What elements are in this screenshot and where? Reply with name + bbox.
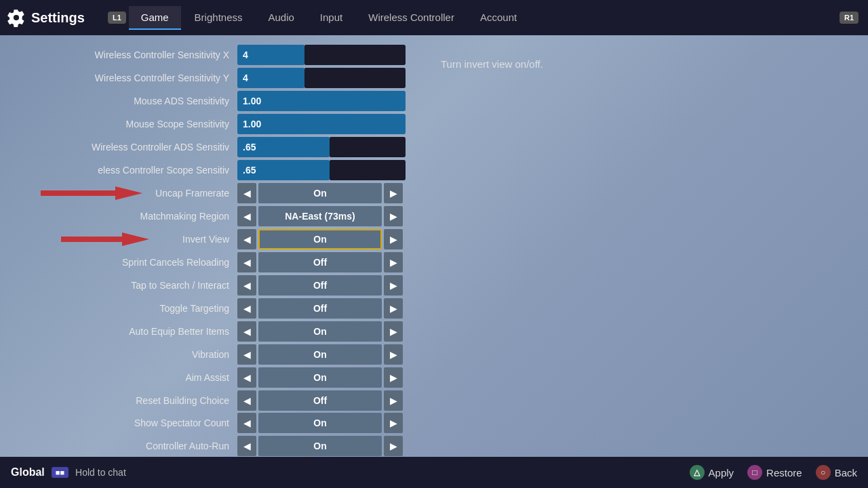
back-button[interactable]: ○ Back — [816, 465, 857, 480]
header-tabs: Game Brightness Audio Input Wireless Con… — [129, 6, 837, 30]
label-wcs-y: Wireless Controller Sensitivity Y — [7, 73, 237, 83]
main-content: Wireless Controller Sensitivity X 4 Wire… — [0, 35, 868, 457]
restore-label: Restore — [766, 467, 802, 479]
arrow-left-reset-building[interactable]: ◀ — [237, 390, 256, 411]
label-matchmaking: Matchmaking Region — [7, 211, 237, 222]
description-text: Turn invert view on/off. — [441, 58, 543, 70]
value-matchmaking: NA-East (73ms) — [258, 206, 382, 226]
svg-marker-1 — [61, 232, 149, 246]
label-reset-building: Reset Building Choice — [7, 395, 237, 406]
arrow-left-tap-search[interactable]: ◀ — [237, 275, 256, 296]
arrow-right-sprint-cancels[interactable]: ▶ — [384, 252, 403, 272]
slider-mouse-ads[interactable]: 1.00 — [237, 91, 406, 111]
value-uncap-framerate: On — [258, 183, 382, 203]
value-vibration: On — [258, 344, 382, 365]
setting-row-wcs-x: Wireless Controller Sensitivity X 4 — [7, 45, 420, 66]
label-wcs-x: Wireless Controller Sensitivity X — [7, 49, 237, 60]
slider-mouse-scope[interactable]: 1.00 — [237, 114, 406, 134]
arrow-left-matchmaking[interactable]: ◀ — [237, 206, 256, 226]
label-mouse-scope: Mouse Scope Sensitivity — [7, 119, 237, 129]
arrow-left-spectator[interactable]: ◀ — [237, 413, 256, 433]
slider-fill-wcs-y: 4 — [237, 68, 304, 88]
control-tap-search: ◀ Off ▶ — [237, 275, 403, 296]
slider-wc-scope[interactable]: .65 — [237, 160, 406, 180]
restore-button[interactable]: □ Restore — [747, 465, 802, 480]
arrow-right-invert-view[interactable]: ▶ — [384, 229, 403, 249]
tab-game[interactable]: Game — [129, 6, 181, 30]
gear-icon — [7, 8, 26, 27]
red-arrow-invert — [61, 231, 149, 247]
back-label: Back — [835, 467, 857, 479]
setting-row-auto-run: Controller Auto-Run ◀ On ▶ — [7, 436, 420, 457]
value-sprint-cancels: Off — [258, 252, 382, 272]
label-auto-equip: Auto Equip Better Items — [7, 326, 237, 337]
arrow-right-reset-building[interactable]: ▶ — [384, 390, 403, 411]
arrow-left-vibration[interactable]: ◀ — [237, 344, 256, 365]
control-invert-view: ◀ On ▶ — [237, 229, 403, 249]
setting-row-sprint-cancels: Sprint Cancels Reloading ◀ Off ▶ — [7, 251, 420, 272]
setting-row-tap-search: Tap to Search / Interact ◀ Off ▶ — [7, 274, 420, 296]
tab-audio[interactable]: Audio — [256, 6, 306, 30]
label-wc-ads: Wireless Controller ADS Sensitiv — [7, 142, 237, 152]
setting-row-vibration: Vibration ◀ On ▶ — [7, 344, 420, 365]
description-panel: Turn invert view on/off. — [420, 45, 868, 457]
slider-wc-ads[interactable]: .65 — [237, 137, 406, 157]
arrow-right-spectator[interactable]: ▶ — [384, 413, 403, 433]
label-toggle-targeting: Toggle Targeting — [7, 303, 237, 314]
arrow-left-aim-assist[interactable]: ◀ — [237, 367, 256, 388]
setting-row-matchmaking: Matchmaking Region ◀ NA-East (73ms) ▶ — [7, 206, 420, 227]
arrow-right-tap-search[interactable]: ▶ — [384, 275, 403, 296]
slider-fill-mouse-ads: 1.00 — [237, 91, 406, 111]
arrow-left-auto-equip[interactable]: ◀ — [237, 321, 256, 342]
triangle-icon: △ — [690, 465, 705, 480]
arrow-left-toggle-targeting[interactable]: ◀ — [237, 298, 256, 319]
chat-icon: ■■ — [52, 467, 68, 478]
svg-marker-0 — [41, 186, 142, 200]
control-sprint-cancels: ◀ Off ▶ — [237, 252, 403, 272]
label-sprint-cancels: Sprint Cancels Reloading — [7, 257, 237, 268]
red-arrow-uncap — [41, 185, 142, 201]
arrow-right-auto-run[interactable]: ▶ — [384, 436, 403, 456]
footer: Global ■■ Hold to chat △ Apply □ Restore… — [0, 457, 868, 488]
arrow-right-uncap-framerate[interactable]: ▶ — [384, 183, 403, 203]
tab-account[interactable]: Account — [468, 6, 529, 30]
control-toggle-targeting: ◀ Off ▶ — [237, 298, 403, 319]
arrow-left-invert-view[interactable]: ◀ — [237, 229, 256, 249]
value-aim-assist: On — [258, 367, 382, 388]
apply-button[interactable]: △ Apply — [690, 465, 734, 480]
arrow-right-aim-assist[interactable]: ▶ — [384, 367, 403, 388]
logo: Settings — [7, 8, 85, 27]
setting-row-mouse-ads: Mouse ADS Sensitivity 1.00 — [7, 91, 420, 112]
setting-row-aim-assist: Aim Assist ◀ On ▶ — [7, 367, 420, 388]
arrow-right-vibration[interactable]: ▶ — [384, 344, 403, 365]
arrow-left-sprint-cancels[interactable]: ◀ — [237, 252, 256, 272]
arrow-right-toggle-targeting[interactable]: ▶ — [384, 298, 403, 319]
arrow-left-uncap-framerate[interactable]: ◀ — [237, 183, 256, 203]
control-uncap-framerate: ◀ On ▶ — [237, 183, 403, 203]
tab-brightness[interactable]: Brightness — [182, 6, 255, 30]
slider-fill-wc-ads: .65 — [237, 137, 330, 157]
control-vibration: ◀ On ▶ — [237, 344, 403, 365]
slider-fill-wcs-x: 4 — [237, 45, 304, 65]
arrow-right-auto-equip[interactable]: ▶ — [384, 321, 403, 342]
footer-right: △ Apply □ Restore ○ Back — [690, 465, 857, 480]
label-aim-assist: Aim Assist — [7, 372, 237, 383]
label-tap-search: Tap to Search / Interact — [7, 280, 237, 291]
slider-fill-wc-scope: .65 — [237, 160, 330, 180]
value-tap-search: Off — [258, 275, 382, 296]
control-auto-run: ◀ On ▶ — [237, 436, 403, 456]
tab-wireless-controller[interactable]: Wireless Controller — [356, 6, 467, 30]
control-wcs-x: 4 — [237, 45, 406, 65]
label-mouse-ads: Mouse ADS Sensitivity — [7, 96, 237, 106]
slider-wcs-x[interactable]: 4 — [237, 45, 406, 65]
control-reset-building: ◀ Off ▶ — [237, 390, 403, 411]
slider-wcs-y[interactable]: 4 — [237, 68, 406, 88]
header: Settings L1 Game Brightness Audio Input … — [0, 0, 868, 35]
arrow-left-auto-run[interactable]: ◀ — [237, 436, 256, 456]
tab-input[interactable]: Input — [308, 6, 355, 30]
value-spectator: On — [258, 413, 382, 433]
control-wc-ads: .65 — [237, 137, 406, 157]
label-spectator: Show Spectator Count — [7, 418, 237, 428]
arrow-right-matchmaking[interactable]: ▶ — [384, 206, 403, 226]
global-label: Global — [11, 466, 45, 479]
